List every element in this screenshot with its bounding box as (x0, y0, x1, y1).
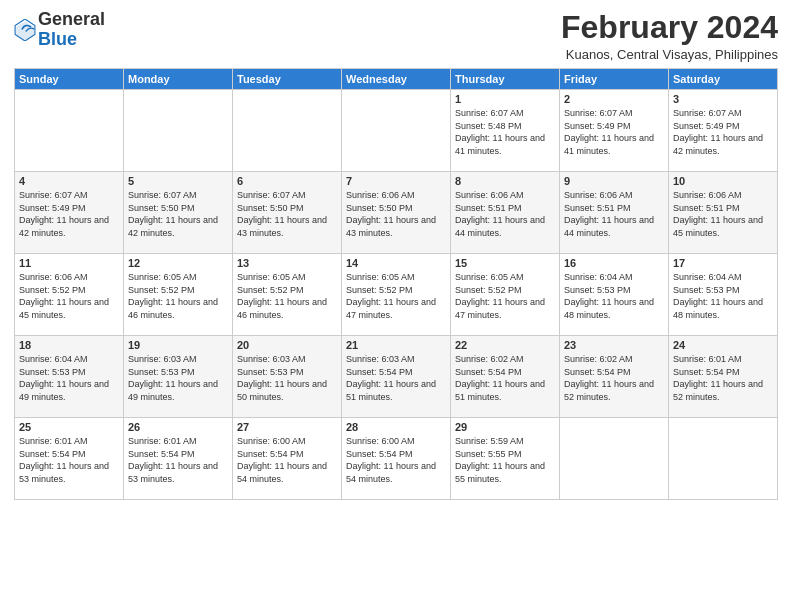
day-number: 29 (455, 421, 555, 433)
calendar-header: Sunday Monday Tuesday Wednesday Thursday… (15, 69, 778, 90)
logo-icon (14, 19, 36, 41)
day-info: Sunrise: 6:01 AMSunset: 5:54 PMDaylight:… (673, 353, 773, 403)
calendar-cell: 14Sunrise: 6:05 AMSunset: 5:52 PMDayligh… (342, 254, 451, 336)
day-number: 2 (564, 93, 664, 105)
calendar-week-1: 4Sunrise: 6:07 AMSunset: 5:49 PMDaylight… (15, 172, 778, 254)
day-info: Sunrise: 6:02 AMSunset: 5:54 PMDaylight:… (455, 353, 555, 403)
day-info: Sunrise: 6:04 AMSunset: 5:53 PMDaylight:… (19, 353, 119, 403)
day-info: Sunrise: 6:05 AMSunset: 5:52 PMDaylight:… (128, 271, 228, 321)
day-number: 22 (455, 339, 555, 351)
calendar-cell: 9Sunrise: 6:06 AMSunset: 5:51 PMDaylight… (560, 172, 669, 254)
day-info: Sunrise: 5:59 AMSunset: 5:55 PMDaylight:… (455, 435, 555, 485)
calendar-cell: 10Sunrise: 6:06 AMSunset: 5:51 PMDayligh… (669, 172, 778, 254)
calendar-week-2: 11Sunrise: 6:06 AMSunset: 5:52 PMDayligh… (15, 254, 778, 336)
day-number: 3 (673, 93, 773, 105)
day-number: 9 (564, 175, 664, 187)
day-number: 23 (564, 339, 664, 351)
calendar-cell: 17Sunrise: 6:04 AMSunset: 5:53 PMDayligh… (669, 254, 778, 336)
day-info: Sunrise: 6:06 AMSunset: 5:51 PMDaylight:… (455, 189, 555, 239)
col-wednesday: Wednesday (342, 69, 451, 90)
day-info: Sunrise: 6:02 AMSunset: 5:54 PMDaylight:… (564, 353, 664, 403)
calendar-cell: 20Sunrise: 6:03 AMSunset: 5:53 PMDayligh… (233, 336, 342, 418)
calendar-cell: 24Sunrise: 6:01 AMSunset: 5:54 PMDayligh… (669, 336, 778, 418)
header-row: Sunday Monday Tuesday Wednesday Thursday… (15, 69, 778, 90)
calendar-cell (15, 90, 124, 172)
calendar-cell: 12Sunrise: 6:05 AMSunset: 5:52 PMDayligh… (124, 254, 233, 336)
day-number: 1 (455, 93, 555, 105)
calendar-week-0: 1Sunrise: 6:07 AMSunset: 5:48 PMDaylight… (15, 90, 778, 172)
day-number: 15 (455, 257, 555, 269)
calendar-cell: 5Sunrise: 6:07 AMSunset: 5:50 PMDaylight… (124, 172, 233, 254)
calendar-cell: 15Sunrise: 6:05 AMSunset: 5:52 PMDayligh… (451, 254, 560, 336)
day-number: 21 (346, 339, 446, 351)
day-number: 8 (455, 175, 555, 187)
day-number: 4 (19, 175, 119, 187)
day-number: 12 (128, 257, 228, 269)
calendar-cell: 3Sunrise: 6:07 AMSunset: 5:49 PMDaylight… (669, 90, 778, 172)
day-info: Sunrise: 6:01 AMSunset: 5:54 PMDaylight:… (19, 435, 119, 485)
col-saturday: Saturday (669, 69, 778, 90)
day-info: Sunrise: 6:00 AMSunset: 5:54 PMDaylight:… (237, 435, 337, 485)
day-number: 5 (128, 175, 228, 187)
day-number: 11 (19, 257, 119, 269)
logo-text: General Blue (38, 10, 105, 50)
col-friday: Friday (560, 69, 669, 90)
day-info: Sunrise: 6:03 AMSunset: 5:53 PMDaylight:… (128, 353, 228, 403)
logo-general-text: General (38, 9, 105, 29)
calendar-cell: 7Sunrise: 6:06 AMSunset: 5:50 PMDaylight… (342, 172, 451, 254)
calendar-cell: 18Sunrise: 6:04 AMSunset: 5:53 PMDayligh… (15, 336, 124, 418)
day-number: 10 (673, 175, 773, 187)
calendar-cell: 13Sunrise: 6:05 AMSunset: 5:52 PMDayligh… (233, 254, 342, 336)
calendar-cell: 11Sunrise: 6:06 AMSunset: 5:52 PMDayligh… (15, 254, 124, 336)
logo-blue-text: Blue (38, 29, 77, 49)
day-info: Sunrise: 6:04 AMSunset: 5:53 PMDaylight:… (564, 271, 664, 321)
day-number: 24 (673, 339, 773, 351)
day-number: 17 (673, 257, 773, 269)
calendar-cell: 4Sunrise: 6:07 AMSunset: 5:49 PMDaylight… (15, 172, 124, 254)
day-number: 14 (346, 257, 446, 269)
calendar-body: 1Sunrise: 6:07 AMSunset: 5:48 PMDaylight… (15, 90, 778, 500)
calendar-cell: 29Sunrise: 5:59 AMSunset: 5:55 PMDayligh… (451, 418, 560, 500)
calendar-cell (560, 418, 669, 500)
day-info: Sunrise: 6:05 AMSunset: 5:52 PMDaylight:… (346, 271, 446, 321)
month-title: February 2024 (561, 10, 778, 45)
calendar-cell: 22Sunrise: 6:02 AMSunset: 5:54 PMDayligh… (451, 336, 560, 418)
day-number: 6 (237, 175, 337, 187)
calendar-cell: 16Sunrise: 6:04 AMSunset: 5:53 PMDayligh… (560, 254, 669, 336)
calendar-cell: 19Sunrise: 6:03 AMSunset: 5:53 PMDayligh… (124, 336, 233, 418)
title-block: February 2024 Kuanos, Central Visayas, P… (561, 10, 778, 62)
col-thursday: Thursday (451, 69, 560, 90)
day-number: 27 (237, 421, 337, 433)
calendar-cell: 25Sunrise: 6:01 AMSunset: 5:54 PMDayligh… (15, 418, 124, 500)
calendar-cell: 6Sunrise: 6:07 AMSunset: 5:50 PMDaylight… (233, 172, 342, 254)
day-info: Sunrise: 6:03 AMSunset: 5:54 PMDaylight:… (346, 353, 446, 403)
day-number: 26 (128, 421, 228, 433)
day-info: Sunrise: 6:03 AMSunset: 5:53 PMDaylight:… (237, 353, 337, 403)
day-info: Sunrise: 6:06 AMSunset: 5:50 PMDaylight:… (346, 189, 446, 239)
day-number: 7 (346, 175, 446, 187)
day-info: Sunrise: 6:06 AMSunset: 5:51 PMDaylight:… (673, 189, 773, 239)
day-number: 16 (564, 257, 664, 269)
calendar-cell: 8Sunrise: 6:06 AMSunset: 5:51 PMDaylight… (451, 172, 560, 254)
day-number: 20 (237, 339, 337, 351)
day-info: Sunrise: 6:07 AMSunset: 5:49 PMDaylight:… (19, 189, 119, 239)
calendar-cell: 2Sunrise: 6:07 AMSunset: 5:49 PMDaylight… (560, 90, 669, 172)
page: General Blue February 2024 Kuanos, Centr… (0, 0, 792, 612)
calendar-cell: 27Sunrise: 6:00 AMSunset: 5:54 PMDayligh… (233, 418, 342, 500)
calendar-cell: 21Sunrise: 6:03 AMSunset: 5:54 PMDayligh… (342, 336, 451, 418)
day-number: 25 (19, 421, 119, 433)
calendar-cell (233, 90, 342, 172)
calendar-cell: 28Sunrise: 6:00 AMSunset: 5:54 PMDayligh… (342, 418, 451, 500)
day-info: Sunrise: 6:04 AMSunset: 5:53 PMDaylight:… (673, 271, 773, 321)
col-monday: Monday (124, 69, 233, 90)
day-info: Sunrise: 6:00 AMSunset: 5:54 PMDaylight:… (346, 435, 446, 485)
day-number: 28 (346, 421, 446, 433)
calendar-cell: 23Sunrise: 6:02 AMSunset: 5:54 PMDayligh… (560, 336, 669, 418)
header: General Blue February 2024 Kuanos, Centr… (14, 10, 778, 62)
day-info: Sunrise: 6:07 AMSunset: 5:49 PMDaylight:… (564, 107, 664, 157)
calendar-cell: 1Sunrise: 6:07 AMSunset: 5:48 PMDaylight… (451, 90, 560, 172)
logo: General Blue (14, 10, 105, 50)
col-tuesday: Tuesday (233, 69, 342, 90)
day-info: Sunrise: 6:07 AMSunset: 5:49 PMDaylight:… (673, 107, 773, 157)
calendar-cell: 26Sunrise: 6:01 AMSunset: 5:54 PMDayligh… (124, 418, 233, 500)
